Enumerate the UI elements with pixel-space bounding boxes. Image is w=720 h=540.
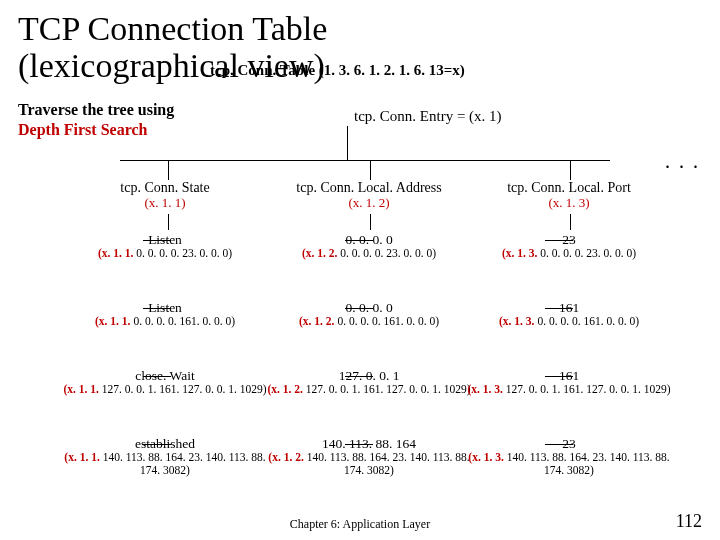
cell-port-row1: 23 (x. 1. 3. 0. 0. 0. 0. 23. 0. 0. 0) [464,232,674,260]
cell-state-row1: Listen (x. 1. 1. 0. 0. 0. 0. 23. 0. 0. 0… [60,232,270,260]
column-oid: (x. 1. 3) [464,196,674,211]
ellipsis: . . . [665,150,700,173]
cell-value: 23 [464,436,674,451]
cell-oid-prefix: (x. 1. 1. [95,315,130,327]
tree-hbar [120,160,610,161]
column-name: tcp. Conn. State [60,180,270,196]
cell-value: Listen [60,232,270,247]
drop-col-2 [370,160,371,180]
cell-oid-rest: 127. 0. 0. 1. 161. 127. 0. 0. 1. 1029) [303,383,471,395]
title-line-1: TCP Connection Table [18,10,327,47]
cell-oid-prefix: (x. 1. 3. [467,383,502,395]
traverse-note: Traverse the tree using Depth First Sear… [18,100,174,140]
column-header-local-address: tcp. Conn. Local. Address (x. 1. 2) [264,180,474,211]
footer-page-number: 112 [676,511,702,532]
footer-chapter: Chapter 6: Application Layer [0,517,720,532]
column-header-local-port: tcp. Conn. Local. Port (x. 1. 3) [464,180,674,211]
column-name: tcp. Conn. Local. Port [464,180,674,196]
cell-oid-rest: 127. 0. 0. 1. 161. 127. 0. 0. 1. 1029) [99,383,267,395]
cell-port-row3: 161 (x. 1. 3. 127. 0. 0. 1. 161. 127. 0.… [464,368,674,396]
cell-oid-rest: 127. 0. 0. 1. 161. 127. 0. 0. 1. 1029) [503,383,671,395]
cell-oid-rest: 140. 113. 88. 164. 23. 140. 113. 88. 174… [100,451,266,476]
cell-oid-rest: 0. 0. 0. 0. 161. 0. 0. 0) [131,315,235,327]
cell-addr-row3: 127. 0. 0. 1 (x. 1. 2. 127. 0. 0. 1. 161… [264,368,474,396]
cell-oid-rest: 0. 0. 0. 0. 161. 0. 0. 0) [335,315,439,327]
table-oid-label: tcp. Conn. Table (1. 3. 6. 1. 2. 1. 6. 1… [210,62,465,79]
column-name: tcp. Conn. Local. Address [264,180,474,196]
cell-oid-prefix: (x. 1. 3. [499,315,534,327]
cell-state-row3: close. Wait (x. 1. 1. 127. 0. 0. 1. 161.… [60,368,270,396]
cell-oid-rest: 0. 0. 0. 0. 23. 0. 0. 0) [133,247,232,259]
cell-oid-prefix: (x. 1. 2. [268,451,303,463]
cell-addr-row4: 140. 113. 88. 164 (x. 1. 2. 140. 113. 88… [264,436,474,477]
cell-state-row2: Listen (x. 1. 1. 0. 0. 0. 0. 161. 0. 0. … [60,300,270,328]
cell-addr-row1: 0. 0. 0. 0 (x. 1. 2. 0. 0. 0. 0. 23. 0. … [264,232,474,260]
drop2-col-1 [168,214,169,230]
cell-value: 0. 0. 0. 0 [264,232,474,247]
cell-port-row2: 161 (x. 1. 3. 0. 0. 0. 0. 161. 0. 0. 0) [464,300,674,328]
slide: TCP Connection Table (lexicographical vi… [0,0,720,540]
traverse-line-2: Depth First Search [18,121,147,138]
cell-value: established [60,436,270,451]
cell-value: Listen [60,300,270,315]
traverse-line-1: Traverse the tree using [18,101,174,118]
cell-addr-row2: 0. 0. 0. 0 (x. 1. 2. 0. 0. 0. 0. 161. 0.… [264,300,474,328]
cell-value: 23 [464,232,674,247]
column-oid: (x. 1. 1) [60,196,270,211]
cell-oid-rest: 0. 0. 0. 0. 161. 0. 0. 0) [535,315,639,327]
cell-oid-prefix: (x. 1. 2. [299,315,334,327]
cell-value: 161 [464,368,674,383]
drop-col-1 [168,160,169,180]
cell-oid-rest: 0. 0. 0. 0. 23. 0. 0. 0) [337,247,436,259]
cell-oid-rest: 140. 113. 88. 164. 23. 140. 113. 88. 174… [504,451,670,476]
cell-value: 127. 0. 0. 1 [264,368,474,383]
cell-oid-prefix: (x. 1. 3. [468,451,503,463]
cell-oid-prefix: (x. 1. 1. [98,247,133,259]
cell-value: 140. 113. 88. 164 [264,436,474,451]
drop-col-3 [570,160,571,180]
cell-oid-prefix: (x. 1. 1. [64,451,99,463]
cell-oid-prefix: (x. 1. 2. [302,247,337,259]
cell-oid-prefix: (x. 1. 1. [63,383,98,395]
cell-state-row4: established (x. 1. 1. 140. 113. 88. 164.… [60,436,270,477]
drop2-col-3 [570,214,571,230]
cell-port-row4: 23 (x. 1. 3. 140. 113. 88. 164. 23. 140.… [464,436,674,477]
cell-oid-rest: 0. 0. 0. 0. 23. 0. 0. 0) [537,247,636,259]
cell-oid-prefix: (x. 1. 2. [267,383,302,395]
cell-value: close. Wait [60,368,270,383]
column-oid: (x. 1. 2) [264,196,474,211]
cell-value: 0. 0. 0. 0 [264,300,474,315]
tree-stem [347,126,348,160]
cell-oid-prefix: (x. 1. 3. [502,247,537,259]
cell-oid-rest: 140. 113. 88. 164. 23. 140. 113. 88. 174… [304,451,470,476]
entry-label: tcp. Conn. Entry = (x. 1) [354,108,502,125]
cell-value: 161 [464,300,674,315]
column-header-state: tcp. Conn. State (x. 1. 1) [60,180,270,211]
drop2-col-2 [370,214,371,230]
